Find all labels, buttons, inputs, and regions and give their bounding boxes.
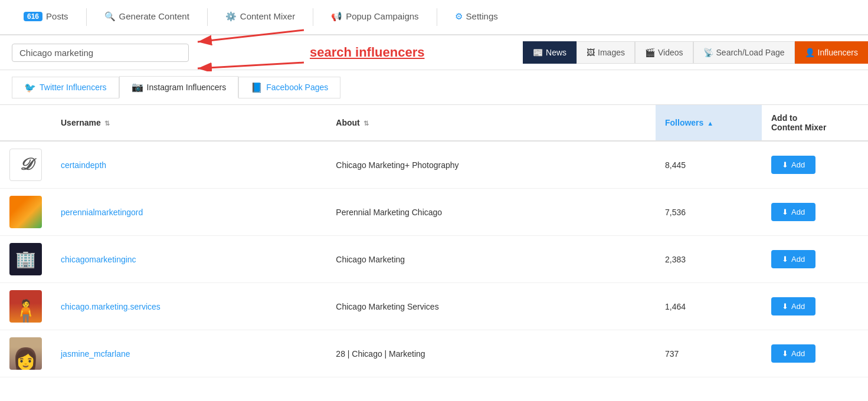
col-avatar <box>0 105 51 141</box>
sub-tab-facebook-label: Facebook Pages <box>266 83 328 92</box>
table-row: 🏢 chicagomarketinginc Chicago Marketing … <box>0 236 868 283</box>
tab-videos[interactable]: 🎬 Videos <box>635 41 693 64</box>
avatar-2 <box>9 196 42 228</box>
nav-generate-content[interactable]: 🔍 Generate Content <box>93 6 201 28</box>
about-cell-4: Chicago Marketing Services <box>326 283 656 330</box>
search-input[interactable] <box>19 48 181 58</box>
posts-label: Posts <box>46 11 68 21</box>
sub-tab-twitter[interactable]: 🐦 Twitter Influencers <box>12 77 119 98</box>
influencers-table: Username ⇅ About ⇅ Followers ▲ Add toCon… <box>0 105 868 377</box>
settings-icon: ⚙ <box>455 11 463 22</box>
search-icon: 🔍 <box>104 11 116 22</box>
username-link-3[interactable]: chicagomarketinginc <box>61 255 136 264</box>
table-row: perennialmarketingord Perennial Marketin… <box>0 189 868 236</box>
content-tabs: 📰 News 🖼 Images 🎬 Videos 📡 Search/Load P… <box>523 41 868 64</box>
nav-divider-3 <box>313 8 313 26</box>
add-button-2[interactable]: ⬇ Add <box>771 203 815 221</box>
col-add: Add toContent Mixer <box>762 105 868 141</box>
sub-tab-instagram-label: Instagram Influencers <box>147 83 227 92</box>
tab-news[interactable]: 📰 News <box>523 41 577 64</box>
add-button-3[interactable]: ⬇ Add <box>771 250 815 268</box>
download-icon-3: ⬇ <box>782 255 788 264</box>
sub-tabs: 🐦 Twitter Influencers 📷 Instagram Influe… <box>0 70 868 105</box>
add-cell-3: ⬇ Add <box>762 236 868 283</box>
annotation-arrows <box>186 24 339 71</box>
search-area: search influencers 📰 News 🖼 Images 🎬 Vid… <box>0 35 868 70</box>
username-sort-icon: ⇅ <box>104 120 110 127</box>
avatar-4: 🧍 <box>9 290 42 323</box>
about-text-2: Perennial Marketing Chicago <box>336 208 442 217</box>
sub-tab-twitter-label: Twitter Influencers <box>40 83 107 92</box>
username-cell-4: chicago.marketing.services <box>51 283 326 330</box>
nav-settings[interactable]: ⚙ Settings <box>443 6 510 28</box>
tab-search-load[interactable]: 📡 Search/Load Page <box>693 41 795 64</box>
tab-images[interactable]: 🖼 Images <box>577 41 635 64</box>
about-text-3: Chicago Marketing <box>336 255 405 264</box>
top-navigation: 616 Posts 🔍 Generate Content ⚙️ Content … <box>0 0 868 35</box>
avatar-1: 𝒟 <box>9 149 42 181</box>
images-icon: 🖼 <box>587 48 595 57</box>
add-cell-2: ⬇ Add <box>762 189 868 236</box>
col-username[interactable]: Username ⇅ <box>51 105 326 141</box>
followers-sort-icon: ▲ <box>707 120 713 127</box>
table-row: 𝒟 certaindepth Chicago Marketing+ Photog… <box>0 141 868 189</box>
avatar-5: 👩 <box>9 337 42 370</box>
tab-videos-label: Videos <box>658 48 683 57</box>
username-cell-3: chicagomarketinginc <box>51 236 326 283</box>
col-add-label: Add toContent Mixer <box>771 113 826 132</box>
nav-posts[interactable]: 616 Posts <box>12 6 80 28</box>
col-followers[interactable]: Followers ▲ <box>656 105 762 141</box>
avatar-cell-3: 🏢 <box>0 236 51 283</box>
sub-tab-facebook[interactable]: 📘 Facebook Pages <box>238 77 340 98</box>
table-header-row: Username ⇅ About ⇅ Followers ▲ Add toCon… <box>0 105 868 141</box>
username-link-5[interactable]: jasmine_mcfarlane <box>61 349 130 359</box>
add-button-5[interactable]: ⬇ Add <box>771 344 815 363</box>
add-cell-4: ⬇ Add <box>762 283 868 330</box>
tab-influencers[interactable]: 👤 Influencers <box>795 41 868 64</box>
download-icon-5: ⬇ <box>782 349 788 358</box>
add-cell-1: ⬇ Add <box>762 141 868 189</box>
sub-tab-instagram[interactable]: 📷 Instagram Influencers <box>119 76 239 98</box>
col-about-label: About <box>336 118 359 127</box>
avatar-cell-2 <box>0 189 51 236</box>
avatar-3: 🏢 <box>9 243 42 275</box>
add-button-4[interactable]: ⬇ Add <box>771 297 815 315</box>
avatar-cell-4: 🧍 <box>0 283 51 330</box>
search-annotation: search influencers <box>198 45 424 60</box>
content-mixer-label: Content Mixer <box>240 11 295 21</box>
about-cell-5: 28 | Chicago | Marketing <box>326 330 656 377</box>
followers-value-1: 8,445 <box>665 160 686 170</box>
add-button-1[interactable]: ⬇ Add <box>771 156 815 174</box>
facebook-icon: 📘 <box>251 82 263 93</box>
about-text-1: Chicago Marketing+ Photography <box>336 160 458 170</box>
followers-cell-1: 8,445 <box>656 141 762 189</box>
followers-cell-4: 1,464 <box>656 283 762 330</box>
about-cell-3: Chicago Marketing <box>326 236 656 283</box>
followers-cell-5: 737 <box>656 330 762 377</box>
table-row: 🧍 chicago.marketing.services Chicago Mar… <box>0 283 868 330</box>
nav-divider-1 <box>86 8 87 26</box>
username-link-1[interactable]: certaindepth <box>61 160 106 170</box>
tab-search-load-label: Search/Load Page <box>716 48 785 57</box>
followers-value-4: 1,464 <box>665 302 686 311</box>
download-icon-4: ⬇ <box>782 302 788 311</box>
posts-badge: 616 <box>24 12 42 21</box>
popup-campaigns-label: Popup Campaigns <box>346 11 418 21</box>
search-load-icon: 📡 <box>703 48 713 57</box>
about-cell-2: Perennial Marketing Chicago <box>326 189 656 236</box>
username-link-4[interactable]: chicago.marketing.services <box>61 302 161 311</box>
search-input-wrap <box>12 44 189 62</box>
twitter-icon: 🐦 <box>24 82 36 93</box>
download-icon-2: ⬇ <box>782 208 788 216</box>
username-link-2[interactable]: perennialmarketingord <box>61 208 143 217</box>
username-cell-1: certaindepth <box>51 141 326 189</box>
col-about[interactable]: About ⇅ <box>326 105 656 141</box>
followers-cell-2: 7,536 <box>656 189 762 236</box>
mixer-icon: ⚙️ <box>225 11 237 22</box>
add-cell-5: ⬇ Add <box>762 330 868 377</box>
download-icon-1: ⬇ <box>782 160 788 169</box>
tab-images-label: Images <box>598 48 625 57</box>
news-icon: 📰 <box>533 48 543 57</box>
svg-line-1 <box>198 30 304 42</box>
followers-cell-3: 2,383 <box>656 236 762 283</box>
